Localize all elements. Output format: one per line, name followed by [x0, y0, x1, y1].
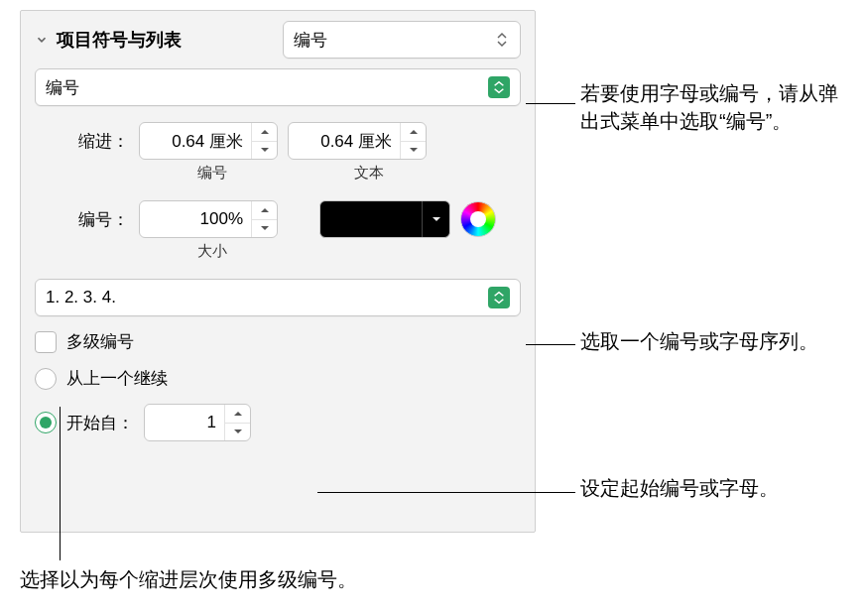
continue-row: 从上一个继续: [35, 367, 521, 390]
stepper-down-icon[interactable]: [225, 424, 250, 441]
number-size-input[interactable]: [140, 201, 251, 237]
callout-1: 若要使用字母或编号，请从弹出式菜单中选取“编号”。: [580, 79, 848, 135]
start-from-label: 开始自：: [66, 412, 134, 434]
callout-leader: [526, 103, 575, 104]
callout-leader: [60, 407, 61, 560]
multilevel-row: 多级编号: [35, 330, 521, 353]
continue-label: 从上一个继续: [66, 367, 168, 390]
size-sublabels: 大小: [35, 242, 521, 261]
multilevel-label: 多级编号: [66, 330, 134, 353]
stepper-down-icon[interactable]: [252, 142, 277, 160]
number-size-sublabel: 大小: [139, 242, 286, 261]
indent-number-sublabel: 编号: [139, 164, 286, 183]
stepper-up-icon[interactable]: [225, 405, 250, 424]
indent-number-stepper[interactable]: [139, 122, 278, 160]
start-from-row: 开始自：: [35, 404, 521, 441]
start-from-stepper[interactable]: [144, 404, 251, 441]
start-from-radio[interactable]: [35, 412, 57, 433]
color-swatch-dropdown[interactable]: [422, 201, 449, 237]
indent-text-stepper[interactable]: [288, 122, 427, 160]
callout-3: 设定起始编号或字母。: [580, 474, 828, 502]
continue-radio[interactable]: [35, 368, 57, 390]
updown-icon: [494, 32, 510, 48]
start-from-input[interactable]: [145, 405, 224, 440]
stepper-down-icon[interactable]: [401, 142, 426, 160]
color-swatch[interactable]: [319, 200, 450, 238]
numbering-type-select[interactable]: 编号: [35, 68, 521, 106]
stepper-up-icon[interactable]: [401, 123, 426, 142]
color-swatch-main: [320, 201, 422, 237]
stepper-up-icon[interactable]: [252, 201, 277, 220]
list-format-value: 编号: [294, 29, 327, 52]
indent-number-input[interactable]: [140, 123, 251, 159]
number-label: 编号：: [35, 208, 129, 231]
callout-4: 选择以为每个缩进层次使用多级编号。: [20, 565, 615, 593]
number-size-stepper[interactable]: [139, 200, 278, 238]
indent-label: 缩进：: [35, 130, 129, 153]
callout-leader: [317, 492, 575, 493]
number-row: 编号：: [35, 200, 521, 238]
callout-2: 选取一个编号或字母序列。: [580, 327, 828, 355]
sequence-value: 1. 2. 3. 4.: [46, 288, 116, 307]
panel-header: 项目符号与列表 编号: [35, 21, 521, 59]
list-format-select[interactable]: 编号: [283, 21, 521, 59]
indent-sublabels: 编号 文本: [35, 164, 521, 183]
color-wheel-icon[interactable]: [460, 201, 496, 237]
sequence-select[interactable]: 1. 2. 3. 4.: [35, 279, 521, 316]
callout-leader: [526, 344, 575, 345]
stepper-up-icon[interactable]: [252, 123, 277, 142]
indent-text-sublabel: 文本: [296, 164, 442, 183]
indent-text-input[interactable]: [289, 123, 400, 159]
disclosure-chevron-icon[interactable]: [35, 33, 49, 47]
popup-indicator-icon: [488, 287, 510, 308]
popup-indicator-icon: [488, 76, 510, 98]
format-panel: 项目符号与列表 编号 编号 缩进：: [20, 10, 536, 533]
panel-title: 项目符号与列表: [57, 28, 182, 52]
multilevel-checkbox[interactable]: [35, 331, 57, 353]
stepper-down-icon[interactable]: [252, 220, 277, 238]
numbering-type-value: 编号: [46, 76, 79, 99]
indent-row: 缩进：: [35, 122, 521, 160]
